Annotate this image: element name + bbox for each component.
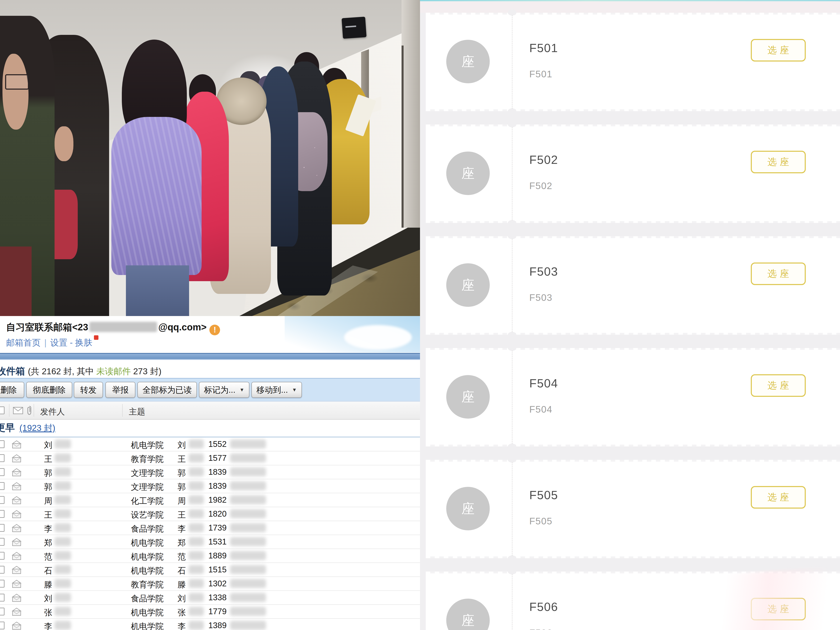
select-seat-button[interactable]: 选座 [751, 39, 806, 62]
ticket-dashed-divider [512, 462, 513, 556]
select-all-checkbox[interactable] [0, 406, 5, 414]
perforation-edge [426, 460, 840, 462]
photo-hand [55, 126, 73, 161]
earlier-count-link[interactable]: (1923 封) [19, 423, 55, 433]
mail-client: 自习室联系邮箱<23@qq.com>! 邮箱首页|设置 - 换肤 收件箱(共 2… [0, 316, 420, 630]
blurred-phone-digits [230, 467, 266, 477]
link-mail-home[interactable]: 邮箱首页 [6, 338, 41, 347]
subject-surname: 周 [178, 495, 186, 507]
corridor-queue-photo [0, 0, 420, 316]
open-envelope-icon [11, 482, 22, 491]
subject-surname: 刘 [178, 593, 186, 604]
subject-college: 食品学院 [131, 523, 164, 534]
open-envelope-icon [11, 607, 22, 616]
subject-phone-prefix: 1552 [208, 439, 227, 449]
open-envelope-icon [11, 579, 22, 588]
move-to-dropdown[interactable]: 移动到...▼ [251, 382, 302, 398]
row-checkbox[interactable] [0, 482, 5, 490]
mark-all-read-button[interactable]: 全部标为已读 [137, 382, 197, 398]
mail-row[interactable]: 刘 食品学院 刘 1338 [0, 591, 420, 605]
blurred-given-name [189, 621, 204, 630]
mail-row[interactable]: 石 机电学院 石 1515 [0, 563, 420, 577]
blurred-sender-name [55, 481, 71, 490]
photo-glasses [5, 74, 29, 90]
subject-phone-prefix: 1531 [208, 537, 227, 546]
ticket-dashed-divider [512, 239, 513, 332]
subject-college: 食品学院 [131, 593, 164, 604]
ticket-dashed-divider [512, 15, 513, 109]
row-checkbox[interactable] [0, 440, 5, 448]
report-button[interactable]: 举报 [106, 382, 135, 398]
ticket-notch [508, 108, 516, 114]
blurred-sender-name [55, 565, 71, 574]
mail-row[interactable]: 郭 文理学院 郭 1839 [0, 479, 420, 493]
subject-college: 化工学院 [131, 495, 164, 507]
alert-exclamation-icon: ! [209, 325, 220, 335]
blurred-phone-digits [230, 593, 266, 602]
open-envelope-icon [11, 468, 22, 477]
photo-maroon-bag [0, 246, 32, 316]
row-checkbox[interactable] [0, 524, 5, 532]
row-checkbox[interactable] [0, 510, 5, 518]
blurred-email-digits [89, 322, 157, 332]
mail-row[interactable]: 郑 机电学院 郑 1531 [0, 535, 420, 549]
row-checkbox[interactable] [0, 552, 5, 560]
row-checkbox[interactable] [0, 468, 5, 476]
sender-surname: 郑 [44, 537, 52, 548]
sender-surname: 郭 [44, 467, 52, 478]
mail-row[interactable]: 滕 教育学院 滕 1302 [0, 577, 420, 591]
earlier-label: 更早 [0, 422, 15, 433]
delete-button[interactable]: 删除 [0, 382, 24, 398]
account-name: 自习室联系邮箱 [6, 322, 72, 332]
sender-surname: 刘 [44, 439, 52, 451]
link-settings-skin[interactable]: 设置 - 换肤 [50, 338, 92, 347]
row-checkbox[interactable] [0, 538, 5, 546]
settings-skin-label: 设置 - 换肤 [50, 338, 92, 347]
mail-row[interactable]: 郭 文理学院 郭 1839 [0, 465, 420, 479]
blurred-phone-digits [230, 621, 266, 630]
paperclip-icon [27, 405, 32, 415]
seat-title: F502 [529, 153, 558, 167]
blurred-given-name [189, 523, 204, 532]
mail-row[interactable]: 李 食品学院 李 1739 [0, 521, 420, 535]
account-addr-close: @qq.com> [158, 322, 207, 332]
forward-button[interactable]: 转发 [74, 382, 103, 398]
subject-phone-prefix: 1739 [208, 523, 227, 532]
mail-row[interactable]: 王 教育学院 王 1577 [0, 452, 420, 465]
mail-row[interactable]: 李 机电学院 李 1389 [0, 619, 420, 630]
blurred-phone-digits [230, 523, 266, 532]
mail-row[interactable]: 周 化工学院 周 1982 [0, 493, 420, 507]
row-checkbox[interactable] [0, 580, 5, 587]
subject-phone-prefix: 1839 [208, 467, 227, 477]
select-seat-button[interactable]: 选座 [751, 262, 806, 285]
row-checkbox[interactable] [0, 496, 5, 504]
blurred-given-name [189, 481, 204, 490]
seat-title: F503 [529, 265, 558, 278]
mark-as-dropdown[interactable]: 标记为...▼ [199, 382, 249, 398]
perforation-edge [426, 556, 840, 558]
blurred-given-name [189, 607, 204, 616]
subject-college: 文理学院 [131, 481, 164, 493]
row-checkbox[interactable] [0, 566, 5, 573]
nav-separator: | [44, 338, 47, 347]
row-checkbox[interactable] [0, 454, 5, 462]
row-checkbox[interactable] [0, 594, 5, 602]
sender-surname: 石 [44, 565, 52, 576]
mail-row[interactable]: 刘 机电学院 刘 1552 [0, 437, 420, 452]
sender-surname: 刘 [44, 593, 52, 604]
purge-button[interactable]: 彻底删除 [26, 382, 72, 398]
inbox-text: 封) [150, 366, 161, 376]
mail-row[interactable]: 张 机电学院 张 1779 [0, 605, 420, 619]
row-checkbox[interactable] [0, 622, 5, 629]
select-seat-button[interactable]: 选座 [751, 374, 806, 397]
select-seat-button[interactable]: 选座 [751, 151, 806, 173]
ticket-notch [508, 220, 516, 226]
select-seat-button[interactable]: 选座 [751, 598, 806, 621]
inbox-title: 收件箱 [0, 366, 25, 376]
subject-surname: 滕 [178, 579, 186, 590]
row-checkbox[interactable] [0, 608, 5, 616]
select-seat-button[interactable]: 选座 [751, 486, 806, 508]
blurred-sender-name [55, 607, 71, 616]
mail-row[interactable]: 范 机电学院 范 1889 [0, 549, 420, 563]
mail-row[interactable]: 王 设艺学院 王 1820 [0, 507, 420, 521]
